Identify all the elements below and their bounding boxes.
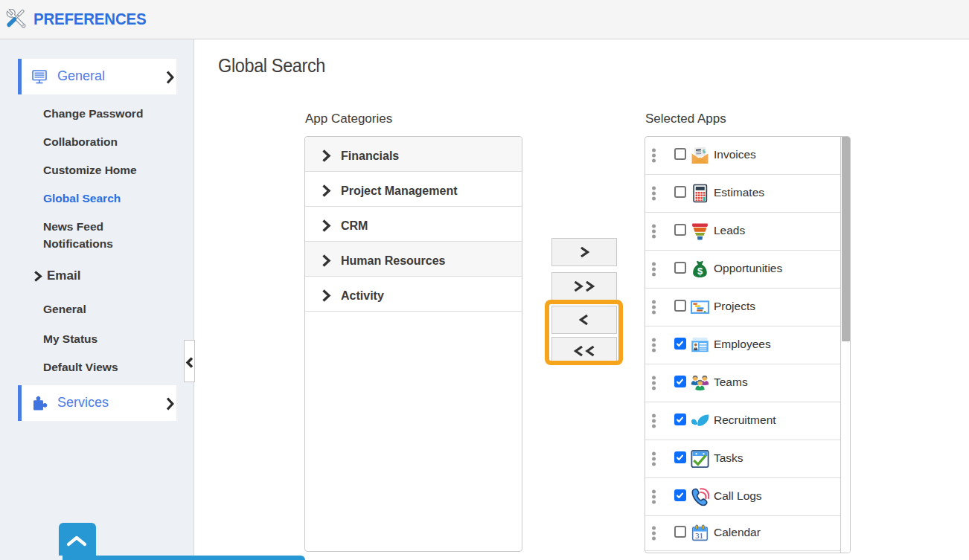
svg-text:31: 31 [695, 531, 703, 540]
svg-text:$: $ [702, 148, 706, 155]
svg-text:$: $ [697, 265, 703, 277]
